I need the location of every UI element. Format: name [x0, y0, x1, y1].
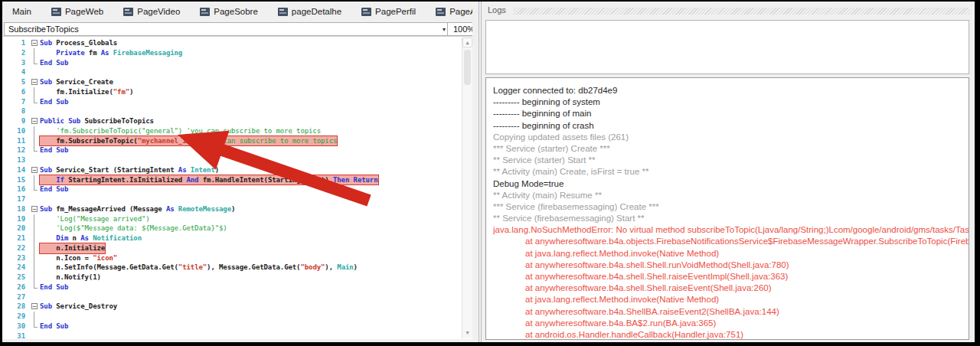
tab-pagevideo[interactable]: PageVideo [113, 2, 190, 21]
tab-pageperfil[interactable]: PagePerfil [351, 2, 426, 21]
code-line[interactable]: 14Sub Service_Start (StartingIntent As I… [2, 165, 472, 175]
line-number[interactable]: 9 [2, 116, 31, 126]
tab-pagesobre[interactable]: PageSobre [190, 2, 268, 21]
line-number[interactable]: 1 [2, 38, 31, 48]
fold-toggle-icon[interactable] [31, 302, 40, 312]
line-number[interactable]: 27 [2, 292, 31, 302]
code-line[interactable]: 15 If StartingIntent.IsInitialized And f… [2, 175, 472, 185]
tab-label: PageSobre [214, 7, 258, 16]
line-number[interactable]: 15 [2, 175, 31, 185]
code-text: 'Log($"Message data: ${Message.GetData}"… [40, 224, 227, 233]
line-number[interactable]: 17 [2, 194, 31, 204]
line-number[interactable]: 26 [2, 282, 31, 292]
code-line[interactable]: 7End Sub [2, 97, 472, 107]
page-icon [123, 8, 133, 16]
tab-pagedetalhe[interactable]: pageDetalhe [268, 2, 351, 21]
line-number[interactable]: 6 [2, 87, 31, 97]
code-text: n.Icon = "icon" [40, 253, 117, 263]
sub-selector-dropdown[interactable]: SubscribeToTopics ▾ [4, 22, 450, 36]
code-line[interactable]: 10 'fm.SubscribeToTopic("general") 'you … [2, 126, 472, 136]
code-text: Public Sub SubscribeToTopics [40, 116, 154, 126]
fold-toggle-icon[interactable] [31, 116, 40, 126]
code-line[interactable]: 5Sub Service_Create [2, 77, 472, 87]
code-token: IsInitialized [129, 176, 186, 184]
code-line[interactable]: 4 [2, 67, 472, 77]
code-text: End Sub [40, 282, 68, 292]
line-number[interactable]: 18 [2, 204, 31, 214]
line-number[interactable]: 29 [2, 312, 31, 322]
code-line[interactable]: 19 'Log("Message arrived") [2, 214, 472, 224]
code-line[interactable]: 24 n.SetInfo(Message.GetData.Get("title"… [2, 263, 472, 273]
fold-toggle-icon[interactable] [31, 165, 40, 175]
code-line[interactable]: 1Sub Process_Globals [2, 38, 472, 48]
code-line[interactable]: 28Sub Service_Destroy [2, 302, 472, 312]
code-text: Dim n As Notification [40, 233, 142, 243]
log-line: at java.lang.reflect.Method.invoke(Nativ… [493, 248, 969, 260]
line-number[interactable]: 3 [2, 58, 31, 68]
line-number[interactable]: 24 [2, 263, 31, 273]
tab-pageweb[interactable]: PageWeb [41, 2, 113, 21]
code-line[interactable]: 26End Sub [2, 282, 472, 292]
line-number[interactable]: 31 [2, 331, 31, 340]
code-line[interactable]: 31 [2, 331, 472, 340]
code-line[interactable]: 30End Sub [2, 322, 472, 331]
page-icon [200, 8, 210, 16]
code-line[interactable]: 6 fm.Initialize("fm") [2, 87, 472, 97]
code-line[interactable]: 22 n.Initialize [2, 243, 472, 253]
line-number[interactable]: 23 [2, 253, 31, 263]
editor-vertical-scrollbar[interactable]: ▲ ▼ [462, 38, 472, 338]
code-line[interactable]: 9Public Sub SubscribeToTopics [2, 116, 472, 126]
code-line[interactable]: 23 n.Icon = "icon" [2, 253, 472, 263]
line-number[interactable]: 16 [2, 184, 31, 194]
code-line[interactable]: 20 'Log($"Message data: ${Message.GetDat… [2, 224, 472, 233]
line-number[interactable]: 20 [2, 224, 31, 233]
line-number[interactable]: 8 [2, 106, 31, 116]
line-number[interactable]: 30 [2, 322, 31, 331]
code-token: Sub [40, 302, 56, 310]
line-number[interactable]: 12 [2, 145, 31, 155]
scroll-up-icon[interactable]: ▲ [462, 38, 472, 47]
line-number[interactable]: 13 [2, 155, 31, 165]
fold-guide [31, 243, 40, 253]
code-line[interactable]: 18Sub fm_MessageArrived (Message As Remo… [2, 204, 472, 214]
code-editor[interactable]: 1Sub Process_Globals2 Private fm As Fire… [2, 36, 472, 339]
line-number[interactable]: 28 [2, 302, 31, 312]
line-number[interactable]: 14 [2, 165, 31, 175]
logs-filter-box[interactable] [485, 20, 969, 74]
code-line[interactable]: 12End Sub [2, 145, 472, 155]
code-line[interactable]: 17 [2, 194, 472, 204]
code-text: Sub Service_Destroy [40, 302, 117, 312]
code-line[interactable]: 25 n.Notify(1) [2, 273, 472, 282]
fold-toggle-icon[interactable] [31, 204, 40, 214]
code-line[interactable]: 8 [2, 106, 472, 116]
code-line[interactable]: 29 [2, 312, 472, 322]
code-line[interactable]: 11 fm.SubscribeToTopic("mychannel_10") '… [2, 136, 472, 146]
code-text: Sub Service_Start (StartingIntent As Int… [40, 165, 219, 175]
line-number[interactable]: 2 [2, 48, 31, 58]
fold-toggle-icon[interactable] [31, 77, 40, 87]
scrollbar-thumb[interactable] [464, 50, 471, 85]
panel-splitter[interactable] [472, 2, 482, 342]
line-number[interactable]: 19 [2, 214, 31, 224]
line-number[interactable]: 5 [2, 77, 31, 87]
logs-panel: Logs Logger connected to: db27d4e9------… [482, 2, 975, 342]
line-number[interactable]: 4 [2, 67, 31, 77]
code-line[interactable]: 13 [2, 155, 472, 165]
log-line: --------- beginning of system [493, 96, 969, 108]
line-number[interactable]: 11 [2, 136, 31, 146]
code-line[interactable]: 16End Sub [2, 184, 472, 194]
code-line[interactable]: 3End Sub [2, 58, 472, 68]
code-line[interactable]: 21 Dim n As Notification [2, 233, 472, 243]
code-line[interactable]: 2 Private fm As FirebaseMessaging [2, 48, 472, 58]
logs-output-box[interactable]: Logger connected to: db27d4e9--------- b… [485, 77, 969, 340]
line-number[interactable]: 7 [2, 97, 31, 107]
line-number[interactable]: 22 [2, 243, 31, 253]
line-number[interactable]: 21 [2, 233, 31, 243]
code-line[interactable]: 27 [2, 292, 472, 302]
tab-main[interactable]: Main [2, 2, 41, 21]
line-number[interactable]: 25 [2, 273, 31, 282]
scroll-down-icon[interactable]: ▼ [462, 328, 472, 338]
tab-label: PageWeb [65, 7, 103, 16]
line-number[interactable]: 10 [2, 126, 31, 136]
fold-toggle-icon[interactable] [31, 38, 40, 48]
